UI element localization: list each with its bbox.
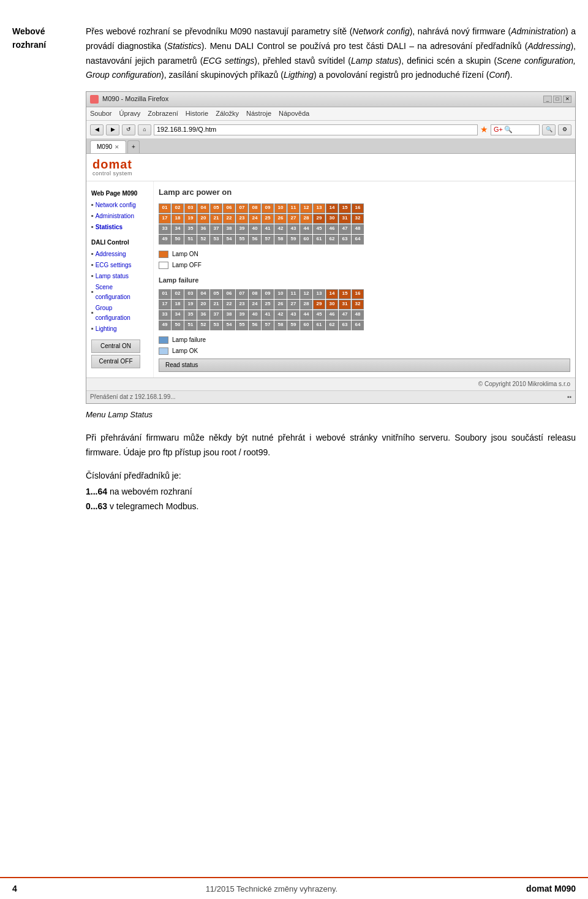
lamp-cell-08[interactable]: 08 [249,203,261,213]
lamp-cell-07[interactable]: 07 [236,203,248,213]
lamp-cell-20[interactable]: 20 [197,214,209,224]
lf-cell-09[interactable]: 09 [262,289,274,299]
lamp-cell-22[interactable]: 22 [223,214,235,224]
lf-cell-11[interactable]: 11 [287,289,300,299]
lamp-cell-38[interactable]: 38 [223,224,235,234]
lamp-cell-24[interactable]: 24 [249,214,261,224]
lamp-cell-47[interactable]: 47 [339,224,351,234]
lamp-cell-01[interactable]: 01 [159,203,171,213]
lf-cell-21[interactable]: 21 [210,300,222,309]
lf-cell-62[interactable]: 62 [326,321,338,330]
lf-cell-29[interactable]: 29 [313,300,325,309]
lf-cell-06[interactable]: 06 [223,289,235,299]
lf-cell-61[interactable]: 61 [313,321,325,330]
lamp-cell-04[interactable]: 04 [197,203,209,213]
menu-historie[interactable]: Historie [186,108,208,119]
sidebar-item-lamp-status[interactable]: Lamp status [91,271,148,282]
lamp-cell-10[interactable]: 10 [274,203,287,213]
lamp-cell-29[interactable]: 29 [313,214,325,224]
lf-cell-58[interactable]: 58 [274,321,287,330]
lamp-cell-57[interactable]: 57 [262,235,274,245]
lf-cell-41[interactable]: 41 [262,310,274,320]
lf-cell-02[interactable]: 02 [172,289,184,299]
lamp-cell-48[interactable]: 48 [352,224,364,234]
lf-cell-35[interactable]: 35 [184,310,197,320]
lf-cell-30[interactable]: 30 [326,300,338,309]
lf-cell-10[interactable]: 10 [274,289,287,299]
sidebar-item-addressing[interactable]: Addressing [91,249,148,260]
lamp-cell-18[interactable]: 18 [172,214,184,224]
lamp-cell-60[interactable]: 60 [300,235,312,245]
lf-cell-22[interactable]: 22 [223,300,235,309]
lf-cell-27[interactable]: 27 [287,300,300,309]
lamp-cell-40[interactable]: 40 [249,224,261,234]
sidebar-item-lighting[interactable]: Lighting [91,324,148,335]
lamp-cell-49[interactable]: 49 [159,235,171,245]
lamp-cell-45[interactable]: 45 [313,224,325,234]
lf-cell-54[interactable]: 54 [223,321,235,330]
lamp-cell-55[interactable]: 55 [236,235,248,245]
sidebar-item-scene-config[interactable]: Scene configuration [91,282,148,303]
lf-cell-48[interactable]: 48 [352,310,364,320]
lf-cell-07[interactable]: 07 [236,289,248,299]
lf-cell-47[interactable]: 47 [339,310,351,320]
tab-close-icon[interactable]: ✕ [115,143,119,151]
lamp-cell-17[interactable]: 17 [159,214,171,224]
lamp-cell-05[interactable]: 05 [210,203,222,213]
lamp-cell-42[interactable]: 42 [274,224,287,234]
tab-add-button[interactable]: + [127,140,140,153]
lamp-cell-32[interactable]: 32 [352,214,364,224]
lamp-cell-43[interactable]: 43 [287,224,300,234]
lamp-cell-34[interactable]: 34 [172,224,184,234]
sidebar-item-administration[interactable]: Administration [91,211,148,222]
lf-cell-12[interactable]: 12 [300,289,312,299]
lf-cell-56[interactable]: 56 [249,321,261,330]
lf-cell-15[interactable]: 15 [339,289,351,299]
lf-cell-45[interactable]: 45 [313,310,325,320]
lamp-cell-63[interactable]: 63 [339,235,351,245]
lamp-cell-31[interactable]: 31 [339,214,351,224]
lf-cell-37[interactable]: 37 [210,310,222,320]
lamp-cell-41[interactable]: 41 [262,224,274,234]
lamp-cell-53[interactable]: 53 [210,235,222,245]
search-box[interactable]: G+ 🔍 [491,124,540,135]
lamp-cell-51[interactable]: 51 [184,235,197,245]
lamp-cell-44[interactable]: 44 [300,224,312,234]
lf-cell-24[interactable]: 24 [249,300,261,309]
lf-cell-17[interactable]: 17 [159,300,171,309]
close-btn[interactable]: ✕ [563,96,571,103]
lf-cell-38[interactable]: 38 [223,310,235,320]
lf-cell-31[interactable]: 31 [339,300,351,309]
menu-soubor[interactable]: Soubor [90,108,111,119]
address-bar[interactable]: 192.168.1.99/Q.htm [154,124,478,135]
lamp-cell-06[interactable]: 06 [223,203,235,213]
lf-cell-16[interactable]: 16 [352,289,364,299]
lamp-cell-33[interactable]: 33 [159,224,171,234]
lf-cell-46[interactable]: 46 [326,310,338,320]
sidebar-item-network-config[interactable]: Network config [91,200,148,211]
lamp-cell-35[interactable]: 35 [184,224,197,234]
lamp-cell-13[interactable]: 13 [313,203,325,213]
reload-button[interactable]: ↺ [122,124,135,135]
search-button[interactable]: 🔍 [542,124,556,135]
lamp-cell-37[interactable]: 37 [210,224,222,234]
lf-cell-55[interactable]: 55 [236,321,248,330]
sidebar-item-group-config[interactable]: Group configuration [91,303,148,324]
menu-napoveda[interactable]: Nápověda [279,108,309,119]
lamp-cell-46[interactable]: 46 [326,224,338,234]
lamp-cell-64[interactable]: 64 [352,235,364,245]
maximize-btn[interactable]: □ [553,96,562,103]
lamp-cell-36[interactable]: 36 [197,224,209,234]
lamp-cell-59[interactable]: 59 [287,235,300,245]
lf-cell-64[interactable]: 64 [352,321,364,330]
lf-cell-19[interactable]: 19 [184,300,197,309]
read-status-button[interactable]: Read status [159,358,570,372]
lf-cell-59[interactable]: 59 [287,321,300,330]
lf-cell-51[interactable]: 51 [184,321,197,330]
lf-cell-18[interactable]: 18 [172,300,184,309]
menu-zobrazeni[interactable]: Zobrazení [148,108,178,119]
lamp-cell-58[interactable]: 58 [274,235,287,245]
lf-cell-43[interactable]: 43 [287,310,300,320]
lamp-cell-19[interactable]: 19 [184,214,197,224]
lf-cell-39[interactable]: 39 [236,310,248,320]
